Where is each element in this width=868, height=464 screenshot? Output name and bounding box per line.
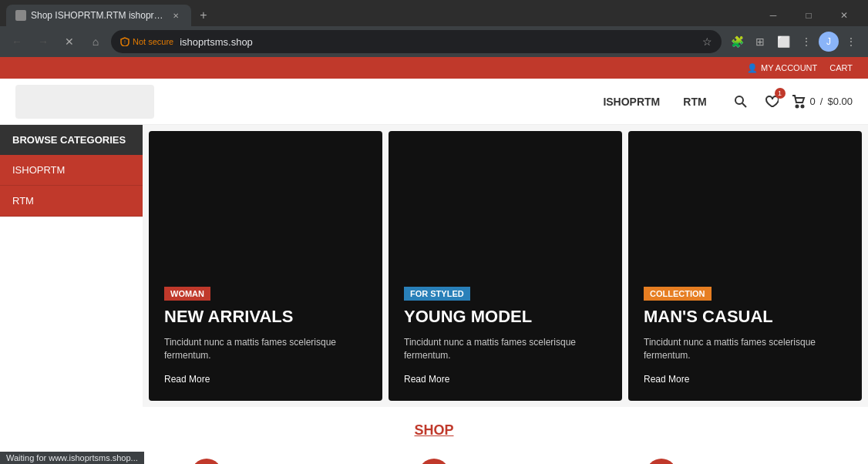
product-title-3: MAN'S CASUAL: [644, 307, 846, 327]
product-title-1: NEW ARRIVALS: [164, 307, 367, 327]
svg-text:!: !: [124, 39, 126, 45]
product-card-1: WOMAN NEW ARRIVALS Tincidunt nunc a matt…: [149, 131, 382, 401]
address-right-icons: ☆: [702, 35, 712, 48]
product-card-2-content: FOR STYLED YOUNG MODEL Tincidunt nunc a …: [404, 286, 607, 385]
cart-price: $0.00: [827, 96, 853, 107]
shop-title: SHOP: [15, 422, 853, 439]
read-more-2[interactable]: Read More: [404, 374, 449, 385]
security-indicator: ! Not secure: [120, 37, 173, 46]
url-text: ishoprtsms.shop: [180, 36, 253, 48]
more-button[interactable]: ⋮: [840, 31, 862, 52]
back-button[interactable]: ←: [6, 31, 28, 52]
circle-3: [646, 459, 677, 464]
main-content: BROWSE CATEGORIES ISHOPRTM RTM WOMAN NEW…: [0, 125, 868, 407]
address-bar-row: ← → ✕ ⌂ ! Not secure ishoprtsms.shop ☆ 🧩…: [0, 26, 868, 57]
cart-area[interactable]: 0 / $0.00: [792, 95, 853, 109]
product-desc-2: Tincidunt nunc a mattis fames scelerisqu…: [404, 336, 607, 362]
top-bar: 👤 MY ACCOUNT CART: [0, 57, 868, 79]
browser-status-bar: Waiting for www.ishoprtsms.shop...: [0, 452, 144, 464]
product-badge-2: FOR STYLED: [404, 287, 470, 301]
status-text: Waiting for www.ishoprtsms.shop...: [6, 453, 138, 462]
profile-menu-button[interactable]: ⊞: [749, 31, 771, 52]
header-icons: 1 0 / $0.00: [730, 91, 853, 113]
profile-avatar[interactable]: J: [819, 32, 839, 52]
svg-line-2: [742, 103, 746, 107]
active-tab[interactable]: Shop ISHOPRTM.RTM ishoprts... ✕: [6, 5, 191, 26]
product-card-3-content: COLLECTION MAN'S CASUAL Tincidunt nunc a…: [644, 286, 846, 385]
refresh-button[interactable]: ✕: [59, 31, 80, 52]
product-badge-3: COLLECTION: [644, 287, 712, 301]
read-more-1[interactable]: Read More: [164, 374, 210, 385]
svg-point-1: [735, 96, 743, 104]
site-header: ISHOPRTM RTM 1 0 / $0.00: [0, 79, 868, 125]
wishlist-badge: 1: [775, 88, 786, 99]
read-more-3[interactable]: Read More: [644, 374, 689, 385]
bookmark-star-icon[interactable]: ☆: [702, 35, 712, 48]
products-area: WOMAN NEW ARRIVALS Tincidunt nunc a matt…: [143, 125, 868, 407]
window-controls: ─ □ ✕: [755, 2, 862, 29]
nav-rtm[interactable]: RTM: [683, 96, 706, 108]
search-icon[interactable]: [730, 91, 752, 113]
address-bar[interactable]: ! Not secure ishoprtsms.shop ☆: [111, 30, 722, 53]
sidebar-item-ishoprtm[interactable]: ISHOPRTM: [0, 155, 143, 186]
product-desc-3: Tincidunt nunc a mattis fames scelerisqu…: [644, 336, 846, 362]
my-account-link[interactable]: 👤 MY ACCOUNT: [747, 63, 817, 73]
circle-1: [191, 459, 222, 464]
browser-chrome: Shop ISHOPRTM.RTM ishoprts... ✕ + ─ □ ✕ …: [0, 0, 868, 57]
sidebar-title: BROWSE CATEGORIES: [0, 125, 143, 155]
product-desc-1: Tincidunt nunc a mattis fames scelerisqu…: [164, 336, 367, 362]
svg-point-4: [801, 105, 803, 107]
cart-separator: /: [820, 96, 823, 107]
site-logo[interactable]: [15, 85, 154, 119]
home-button[interactable]: ⌂: [85, 31, 106, 52]
website-content: 👤 MY ACCOUNT CART ISHOPRTM RTM 1 0 /: [0, 57, 868, 464]
product-card-3: COLLECTION MAN'S CASUAL Tincidunt nunc a…: [628, 131, 862, 401]
product-card-1-content: WOMAN NEW ARRIVALS Tincidunt nunc a matt…: [164, 286, 367, 385]
new-tab-button[interactable]: +: [194, 6, 213, 25]
product-card-2: FOR STYLED YOUNG MODEL Tincidunt nunc a …: [389, 131, 622, 401]
wishlist-icon[interactable]: 1: [761, 91, 782, 113]
nav-ishoprtm[interactable]: ISHOPRTM: [603, 96, 660, 108]
security-label: Not secure: [133, 37, 173, 46]
tab-favicon: [15, 10, 26, 21]
minimize-button[interactable]: ─: [755, 2, 791, 29]
toolbar-icons: 🧩 ⊞ ⬜ ⋮ J ⋮: [726, 31, 862, 52]
cart-count: 0: [810, 96, 816, 107]
tab-close-button[interactable]: ✕: [170, 9, 182, 22]
svg-point-3: [796, 105, 798, 107]
product-title-2: YOUNG MODEL: [404, 307, 607, 327]
extensions-button[interactable]: 🧩: [726, 31, 748, 52]
maximize-button[interactable]: □: [791, 2, 826, 29]
main-nav: ISHOPRTM RTM: [603, 96, 706, 108]
cart-top-link[interactable]: CART: [829, 63, 853, 72]
settings-button[interactable]: ⋮: [796, 31, 817, 52]
close-button[interactable]: ✕: [826, 2, 862, 29]
circle-2: [419, 459, 449, 464]
tab-title: Shop ISHOPRTM.RTM ishoprts...: [31, 10, 165, 21]
tab-bar: Shop ISHOPRTM.RTM ishoprts... ✕ + ─ □ ✕: [0, 0, 868, 26]
sidebar: BROWSE CATEGORIES ISHOPRTM RTM: [0, 125, 143, 407]
product-badge-1: WOMAN: [164, 287, 210, 301]
cast-button[interactable]: ⬜: [772, 31, 794, 52]
forward-button[interactable]: →: [32, 31, 54, 52]
account-icon: 👤: [747, 63, 758, 73]
sidebar-item-rtm[interactable]: RTM: [0, 186, 143, 217]
